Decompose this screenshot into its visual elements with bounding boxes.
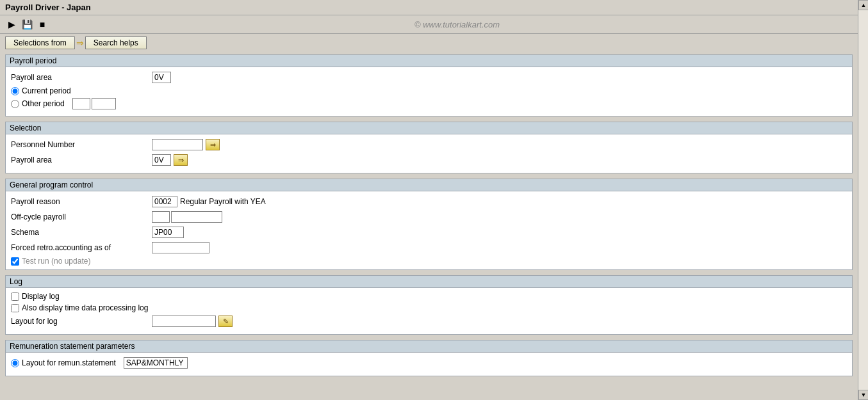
log-section: Log Display log Also display time data p… — [5, 275, 853, 335]
scroll-up-btn[interactable]: ▲ — [858, 0, 868, 10]
selection-payroll-area-row: Payroll area ⇒ — [11, 154, 847, 166]
tab-search-helps[interactable]: Search helps — [85, 36, 147, 49]
layout-remun-radio-row: Layout for remun.statement — [11, 358, 116, 367]
payroll-reason-label: Payroll reason — [11, 197, 152, 206]
execute-icon[interactable]: ▶ — [5, 18, 18, 31]
selection-header: Selection — [6, 122, 852, 134]
also-display-time-row: Also display time data processing log — [11, 303, 847, 312]
payroll-reason-inputs: Regular Payroll with YEA — [152, 196, 266, 207]
payroll-period-header: Payroll period — [6, 55, 852, 67]
app-title: Payroll Driver - Japan — [5, 3, 91, 12]
off-cycle-input2[interactable] — [171, 211, 222, 223]
display-log-row: Display log — [11, 292, 847, 301]
scroll-down-btn[interactable]: ▼ — [858, 390, 868, 394]
remuneration-header: Remuneration statement parameters — [6, 340, 852, 353]
back-icon[interactable]: ■ — [36, 18, 49, 31]
layout-for-log-inputs: ✎ — [152, 316, 233, 327]
log-body: Display log Also display time data proce… — [6, 288, 852, 334]
schema-row: Schema — [11, 226, 847, 239]
general-program-control-header: General program control — [6, 179, 852, 191]
remuneration-section: Remuneration statement parameters Layout… — [5, 340, 853, 376]
forced-retro-label: Forced retro.accounting as of — [11, 243, 152, 252]
selection-payroll-area-label: Payroll area — [11, 156, 152, 164]
toolbar: ▶ 💾 ■ © www.tutorialkart.com — [0, 15, 868, 34]
title-bar: Payroll Driver - Japan — [0, 0, 868, 15]
save-icon[interactable]: 💾 — [20, 18, 33, 31]
tab-arrow-icon: ⇒ — [75, 38, 85, 48]
current-period-label: Current period — [22, 86, 71, 95]
display-log-checkbox[interactable] — [11, 292, 19, 301]
selection-section: Selection Personnel Number ⇒ Payroll are… — [5, 122, 853, 173]
personnel-number-label: Personnel Number — [11, 140, 152, 149]
schema-input[interactable] — [152, 227, 184, 238]
other-period-input2[interactable] — [92, 98, 116, 109]
also-display-time-checkbox[interactable] — [11, 304, 19, 312]
off-cycle-payroll-row: Off-cycle payroll — [11, 211, 847, 223]
test-run-row: Test run (no update) — [11, 257, 847, 266]
layout-remun-row: Layout for remun.statement — [11, 356, 847, 369]
remuneration-body: Layout for remun.statement — [6, 353, 852, 376]
test-run-label: Test run (no update) — [22, 257, 90, 266]
payroll-area-row: Payroll area — [11, 71, 847, 84]
off-cycle-input1[interactable] — [152, 211, 170, 223]
log-header: Log — [6, 276, 852, 288]
general-program-control-section: General program control Payroll reason R… — [5, 179, 853, 270]
selection-payroll-area-arrow-btn[interactable]: ⇒ — [174, 154, 188, 166]
also-display-time-label: Also display time data processing log — [22, 303, 148, 312]
payroll-reason-row: Payroll reason Regular Payroll with YEA — [11, 195, 847, 208]
scrollbar[interactable]: ▲ ▼ — [858, 0, 868, 394]
layout-remun-label: Layout for remun.statement — [22, 358, 116, 367]
off-cycle-payroll-label: Off-cycle payroll — [11, 212, 152, 221]
payroll-reason-description: Regular Payroll with YEA — [180, 197, 266, 206]
selection-payroll-area-input[interactable] — [152, 154, 171, 166]
layout-for-log-row: Layout for log ✎ — [11, 315, 847, 328]
general-program-control-body: Payroll reason Regular Payroll with YEA … — [6, 191, 852, 269]
tab-selections-from[interactable]: Selections from — [5, 36, 75, 49]
other-period-inputs — [72, 98, 116, 109]
layout-for-log-label: Layout for log — [11, 317, 152, 326]
personnel-number-row: Personnel Number ⇒ — [11, 138, 847, 151]
display-log-label: Display log — [22, 292, 60, 301]
payroll-period-body: Payroll area Current period Other period — [6, 67, 852, 116]
current-period-radio[interactable] — [11, 87, 19, 95]
forced-retro-input[interactable] — [152, 242, 209, 253]
other-period-label: Other period — [22, 99, 65, 108]
main-content: Payroll period Payroll area Current peri… — [0, 52, 868, 394]
off-cycle-inputs — [152, 211, 222, 223]
layout-for-log-edit-btn[interactable]: ✎ — [218, 316, 233, 327]
schema-label: Schema — [11, 228, 152, 237]
current-period-row: Current period — [11, 86, 847, 95]
selection-body: Personnel Number ⇒ Payroll area ⇒ — [6, 134, 852, 173]
other-period-row: Other period — [11, 98, 847, 109]
layout-remun-radio[interactable] — [11, 359, 19, 367]
other-period-input1[interactable] — [72, 98, 90, 109]
watermark: © www.tutorialkart.com — [51, 20, 863, 29]
payroll-area-label: Payroll area — [11, 73, 152, 82]
layout-for-log-input[interactable] — [152, 316, 216, 327]
payroll-reason-code-input[interactable] — [152, 196, 177, 207]
personnel-number-input[interactable] — [152, 139, 203, 150]
tab-bar: Selections from ⇒ Search helps — [0, 34, 868, 52]
personnel-number-arrow-btn[interactable]: ⇒ — [206, 139, 220, 150]
payroll-area-input[interactable] — [152, 72, 171, 83]
test-run-checkbox[interactable] — [11, 257, 19, 266]
payroll-period-section: Payroll period Payroll area Current peri… — [5, 54, 853, 116]
scroll-track — [858, 10, 868, 390]
other-period-radio[interactable] — [11, 100, 19, 108]
forced-retro-row: Forced retro.accounting as of — [11, 241, 847, 254]
layout-remun-input[interactable] — [124, 357, 188, 369]
